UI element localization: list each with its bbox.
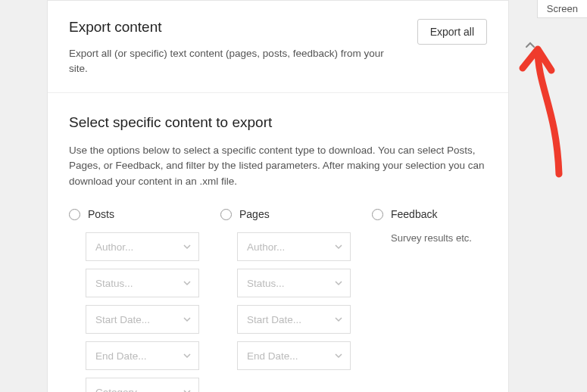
- feedback-radio-row[interactable]: Feedback: [372, 208, 487, 220]
- feedback-subtext: Survey results etc.: [391, 232, 487, 244]
- chevron-down-icon: [183, 279, 191, 287]
- chevron-down-icon: [335, 352, 342, 359]
- pages-column: Pages Author... Status... Start Date... …: [220, 208, 351, 392]
- select-placeholder: Category...: [95, 387, 145, 392]
- filter-columns: Posts Author... Status... Start Date... …: [69, 208, 487, 392]
- posts-category-select[interactable]: Category...: [86, 378, 199, 392]
- posts-author-select[interactable]: Author...: [86, 232, 199, 261]
- select-placeholder: Start Date...: [95, 314, 150, 325]
- pages-label: Pages: [239, 208, 270, 220]
- posts-label: Posts: [88, 208, 114, 220]
- select-placeholder: Author...: [95, 241, 133, 253]
- feedback-column: Feedback Survey results etc.: [372, 208, 487, 392]
- feedback-radio[interactable]: [372, 209, 383, 220]
- select-content-title: Select specific content to export: [69, 114, 487, 131]
- chevron-down-icon: [183, 316, 191, 323]
- chevron-down-icon: [183, 243, 191, 250]
- header-text: Export content Export all (or specific) …: [69, 19, 417, 77]
- screen-options-tab[interactable]: Screen: [537, 0, 587, 18]
- chevron-up-icon: [524, 39, 536, 51]
- pages-author-select[interactable]: Author...: [237, 232, 351, 261]
- chevron-down-icon: [335, 243, 342, 250]
- collapse-panel-button[interactable]: [515, 30, 545, 61]
- annotation-arrow: [515, 42, 583, 185]
- pages-radio[interactable]: [220, 209, 232, 220]
- posts-radio-row[interactable]: Posts: [69, 208, 199, 220]
- feedback-label: Feedback: [391, 208, 437, 220]
- pages-status-select[interactable]: Status...: [237, 269, 351, 297]
- chevron-down-icon: [183, 388, 191, 392]
- select-placeholder: Status...: [247, 278, 285, 289]
- posts-column: Posts Author... Status... Start Date... …: [69, 208, 199, 392]
- export-card: Export content Export all (or specific) …: [47, 0, 509, 392]
- select-placeholder: Author...: [247, 241, 285, 253]
- select-placeholder: Status...: [95, 278, 133, 289]
- posts-status-select[interactable]: Status...: [86, 269, 199, 297]
- select-content-description: Use the options below to select a specif…: [69, 143, 487, 191]
- posts-end-date-select[interactable]: End Date...: [86, 341, 199, 370]
- chevron-down-icon: [183, 352, 191, 359]
- posts-radio[interactable]: [69, 209, 80, 220]
- export-title: Export content: [69, 19, 402, 36]
- export-header: Export content Export all (or specific) …: [48, 1, 508, 93]
- select-placeholder: End Date...: [247, 350, 298, 362]
- export-body: Select specific content to export Use th…: [48, 93, 508, 393]
- chevron-down-icon: [335, 279, 342, 287]
- export-description: Export all (or specific) text content (p…: [69, 46, 402, 77]
- chevron-down-icon: [335, 316, 342, 323]
- posts-start-date-select[interactable]: Start Date...: [86, 305, 199, 334]
- select-placeholder: Start Date...: [247, 314, 301, 325]
- pages-end-date-select[interactable]: End Date...: [237, 341, 351, 370]
- select-placeholder: End Date...: [95, 350, 147, 362]
- export-all-button[interactable]: Export all: [417, 19, 487, 45]
- pages-radio-row[interactable]: Pages: [220, 208, 351, 220]
- pages-start-date-select[interactable]: Start Date...: [237, 305, 351, 334]
